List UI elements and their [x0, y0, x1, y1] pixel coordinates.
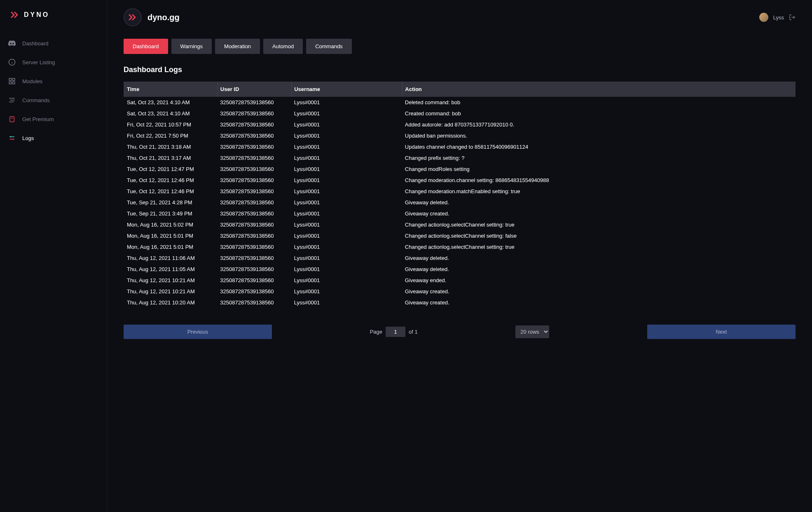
sidebar-item-dashboard[interactable]: Dashboard [0, 34, 107, 53]
cell-username: Lyss#0001 [292, 119, 402, 130]
sidebar-item-commands[interactable]: Commands [0, 91, 107, 110]
cell-username: Lyss#0001 [292, 275, 402, 286]
main-content: dyno.gg Lyss DashboardWarningsModeration… [107, 0, 812, 512]
table-row: Thu, Aug 12, 2021 11:05 AM32508728753913… [124, 264, 796, 275]
table-row: Tue, Oct 12, 2021 12:46 PM32508728753913… [124, 186, 796, 197]
nav: DashboardServer ListingModulesCommandsGe… [0, 30, 107, 147]
cell-userid: 325087287539138560 [218, 252, 291, 264]
server-info[interactable]: dyno.gg [124, 8, 180, 26]
table-row: Thu, Oct 21, 2021 3:17 AM325087287539138… [124, 152, 796, 164]
cell-userid: 325087287539138560 [218, 197, 291, 208]
previous-button[interactable]: Previous [124, 325, 272, 339]
table-row: Tue, Oct 12, 2021 12:47 PM32508728753913… [124, 164, 796, 175]
tabs: DashboardWarningsModerationAutomodComman… [124, 39, 796, 54]
cell-username: Lyss#0001 [292, 108, 402, 119]
logs-table: Time User ID Username Action Sat, Oct 23… [124, 82, 796, 308]
sidebar-item-server-listing[interactable]: Server Listing [0, 53, 107, 72]
cell-username: Lyss#0001 [292, 164, 402, 175]
cell-time: Thu, Aug 12, 2021 10:21 AM [124, 275, 218, 286]
cell-userid: 325087287539138560 [218, 175, 291, 186]
page-input[interactable] [386, 327, 405, 337]
cell-userid: 325087287539138560 [218, 275, 291, 286]
svg-rect-3 [9, 78, 11, 80]
cell-action: Giveaway deleted. [402, 264, 796, 275]
sidebar-item-modules[interactable]: Modules [0, 72, 107, 91]
cell-action: Updates channel changed to 8581175400969… [402, 141, 796, 152]
dyno-logo-icon [10, 10, 20, 20]
column-header-time: Time [124, 82, 218, 97]
cell-userid: 325087287539138560 [218, 186, 291, 197]
brand-logo[interactable]: DYNO [0, 0, 107, 30]
gift-icon [8, 115, 16, 123]
table-row: Sat, Oct 23, 2021 4:10 AM325087287539138… [124, 97, 796, 108]
rows-select[interactable]: 20 rows [515, 325, 549, 338]
cell-action: Giveaway ended. [402, 275, 796, 286]
tab-moderation[interactable]: Moderation [215, 39, 260, 54]
table-row: Thu, Aug 12, 2021 10:21 AM32508728753913… [124, 275, 796, 286]
cell-time: Sat, Oct 23, 2021 4:10 AM [124, 108, 218, 119]
page-label: Page [370, 329, 382, 335]
cell-time: Fri, Oct 22, 2021 10:57 PM [124, 119, 218, 130]
table-row: Fri, Oct 22, 2021 10:57 PM32508728753913… [124, 119, 796, 130]
user-info: Lyss [759, 13, 796, 22]
sidebar-item-label: Server Listing [22, 59, 55, 65]
cell-time: Mon, Aug 16, 2021 5:01 PM [124, 230, 218, 241]
cell-userid: 325087287539138560 [218, 286, 291, 297]
cell-time: Tue, Sep 21, 2021 4:28 PM [124, 197, 218, 208]
svg-rect-4 [13, 78, 15, 80]
cell-userid: 325087287539138560 [218, 297, 291, 308]
table-row: Tue, Oct 12, 2021 12:46 PM32508728753913… [124, 175, 796, 186]
table-row: Fri, Oct 22, 2021 7:50 PM325087287539138… [124, 130, 796, 141]
cell-time: Tue, Oct 12, 2021 12:47 PM [124, 164, 218, 175]
table-row: Mon, Aug 16, 2021 5:01 PM325087287539138… [124, 241, 796, 252]
cell-userid: 325087287539138560 [218, 208, 291, 219]
cell-action: Changed actionlog.selectChannel setting:… [402, 219, 796, 230]
cell-userid: 325087287539138560 [218, 108, 291, 119]
info-icon [8, 58, 16, 66]
svg-rect-5 [13, 82, 15, 84]
cell-action: Changed moderation.channel setting: 8686… [402, 175, 796, 186]
tab-warnings[interactable]: Warnings [171, 39, 212, 54]
svg-rect-6 [9, 82, 11, 84]
grid-icon [8, 77, 16, 85]
table-row: Thu, Aug 12, 2021 10:20 AM32508728753913… [124, 297, 796, 308]
cell-username: Lyss#0001 [292, 208, 402, 219]
tab-dashboard[interactable]: Dashboard [124, 39, 168, 54]
server-name: dyno.gg [147, 13, 180, 22]
table-row: Thu, Aug 12, 2021 10:21 AM32508728753913… [124, 286, 796, 297]
cell-username: Lyss#0001 [292, 230, 402, 241]
sidebar-item-logs[interactable]: Logs [0, 129, 107, 147]
page-title: Dashboard Logs [124, 65, 796, 74]
cell-time: Tue, Oct 12, 2021 12:46 PM [124, 175, 218, 186]
cell-username: Lyss#0001 [292, 141, 402, 152]
page-info: Page of 1 [370, 327, 418, 337]
cell-userid: 325087287539138560 [218, 230, 291, 241]
avatar[interactable] [759, 13, 768, 22]
tab-commands[interactable]: Commands [306, 39, 351, 54]
sidebar-item-get-premium[interactable]: Get Premium [0, 110, 107, 129]
cell-time: Thu, Aug 12, 2021 10:21 AM [124, 286, 218, 297]
table-row: Thu, Aug 12, 2021 11:06 AM32508728753913… [124, 252, 796, 264]
sidebar-item-label: Logs [22, 135, 34, 141]
logout-icon[interactable] [789, 14, 796, 21]
cell-action: Added autorole: add 870375133771092010 0… [402, 119, 796, 130]
tab-automod[interactable]: Automod [263, 39, 303, 54]
server-icon [124, 8, 142, 26]
sidebar-item-label: Modules [22, 78, 42, 84]
cell-action: Giveaway created. [402, 286, 796, 297]
svg-rect-10 [10, 117, 14, 122]
cell-time: Sat, Oct 23, 2021 4:10 AM [124, 97, 218, 108]
cell-action: Giveaway deleted. [402, 197, 796, 208]
cell-username: Lyss#0001 [292, 219, 402, 230]
next-button[interactable]: Next [647, 325, 796, 339]
sidebar-item-label: Commands [22, 97, 49, 103]
column-header-userid: User ID [218, 82, 291, 97]
cell-action: Changed modRoles setting [402, 164, 796, 175]
table-row: Thu, Oct 21, 2021 3:18 AM325087287539138… [124, 141, 796, 152]
cell-time: Mon, Aug 16, 2021 5:02 PM [124, 219, 218, 230]
column-header-username: Username [292, 82, 402, 97]
cell-action: Changed actionlog.selectChannel setting:… [402, 241, 796, 252]
table-row: Mon, Aug 16, 2021 5:02 PM325087287539138… [124, 219, 796, 230]
cell-time: Thu, Oct 21, 2021 3:17 AM [124, 152, 218, 164]
sidebar-item-label: Dashboard [22, 40, 49, 47]
